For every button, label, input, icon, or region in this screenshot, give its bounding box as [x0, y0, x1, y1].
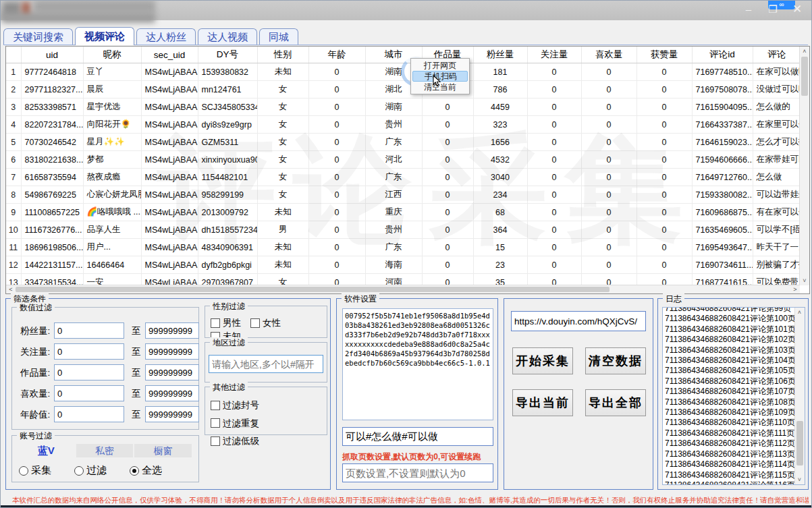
- cell-works-count[interactable]: 0: [422, 134, 473, 151]
- cell-nickname[interactable]: 晨辰: [83, 81, 141, 98]
- cell-row-number[interactable]: 6: [6, 151, 21, 169]
- region-input[interactable]: [209, 355, 323, 373]
- cell-fans-count[interactable]: 23: [473, 256, 527, 274]
- radio-icon[interactable]: [130, 466, 139, 476]
- column-header-comment-id[interactable]: 评论id: [692, 47, 753, 63]
- cell-sec-uid[interactable]: MS4wLjABAA...: [141, 221, 198, 239]
- column-header-like-count[interactable]: 喜欢量: [581, 47, 637, 63]
- tab-3[interactable]: 达人粉丝: [136, 28, 196, 45]
- cell-sec-uid[interactable]: MS4wLjABAA...: [141, 98, 198, 116]
- cell-comment[interactable]: 可以学不[捂脸]: [753, 221, 800, 239]
- cell-age[interactable]: 0: [308, 81, 365, 98]
- cell-sec-uid[interactable]: MS4wLjABAA...: [141, 81, 198, 98]
- cell-sec-uid[interactable]: MS4wLjABAA...: [141, 204, 198, 221]
- cell-gender[interactable]: 女: [257, 98, 308, 116]
- radio-全选[interactable]: 全选: [130, 464, 162, 477]
- cell-comment[interactable]: 怎么做的: [753, 98, 800, 116]
- column-header-follow-count[interactable]: 关注量: [527, 47, 581, 63]
- cell-city[interactable]: 河北: [365, 151, 422, 169]
- max-input[interactable]: [145, 406, 199, 422]
- cell-row-number[interactable]: 2: [6, 81, 21, 98]
- cell-comment-id[interactable]: 71635469605...: [692, 221, 753, 239]
- cell-age[interactable]: 0: [308, 151, 365, 169]
- cell-fans-count[interactable]: 35: [473, 274, 527, 286]
- cell-praise-count[interactable]: 0: [637, 134, 692, 151]
- column-header-dy-id[interactable]: DY号: [198, 47, 257, 63]
- cell-praise-count[interactable]: 0: [637, 256, 692, 274]
- cell-city[interactable]: 广东: [365, 239, 422, 256]
- cell-age[interactable]: 0: [308, 256, 365, 274]
- cell-city[interactable]: 重庆: [365, 204, 422, 221]
- cell-uid[interactable]: 29771182327...: [21, 81, 83, 98]
- cell-comment-id[interactable]: 71687741615...: [692, 274, 753, 286]
- cell-fans-count[interactable]: 364: [473, 221, 527, 239]
- max-input[interactable]: [145, 343, 199, 360]
- cell-row-number[interactable]: 9: [6, 204, 21, 221]
- cell-row-number[interactable]: 10: [6, 221, 21, 239]
- menu-item-1[interactable]: 打开网页: [412, 60, 468, 71]
- cell-sec-uid[interactable]: MS4wLjABAA...: [141, 186, 198, 204]
- cell-dy-id[interactable]: 1154482101: [198, 169, 257, 186]
- start-collect-button[interactable]: 开始采集: [512, 347, 573, 374]
- cell-uid[interactable]: 97772464818: [21, 63, 83, 81]
- min-input[interactable]: [54, 322, 124, 339]
- cell-city[interactable]: 河南: [365, 274, 422, 286]
- cell-like-count[interactable]: 0: [581, 63, 637, 81]
- cell-dy-id[interactable]: dh15185572347: [198, 221, 257, 239]
- cell-nickname[interactable]: 用户...: [83, 239, 141, 256]
- cell-comment[interactable]: 没做过可以吗: [753, 81, 800, 98]
- cell-row-number[interactable]: 12: [6, 256, 21, 274]
- cell-comment[interactable]: 怎么做: [753, 169, 800, 186]
- cell-nickname[interactable]: 星月✨✨: [83, 134, 141, 151]
- cell-comment[interactable]: 在家里可以做吗: [753, 116, 800, 134]
- cell-fans-count[interactable]: 4459: [473, 98, 527, 116]
- cell-like-count[interactable]: 0: [581, 256, 637, 274]
- cell-follow-count[interactable]: 0: [527, 116, 581, 134]
- cell-follow-count[interactable]: 0: [527, 186, 581, 204]
- cell-comment-id[interactable]: 71690734611...: [692, 256, 753, 274]
- pages-input[interactable]: [342, 463, 493, 482]
- cell-city[interactable]: 广东: [365, 134, 422, 151]
- cell-praise-count[interactable]: 0: [637, 81, 692, 98]
- table-row[interactable]: 854986769225心宸心妍龙凤胎MS4wLjABAA...95829919…: [6, 186, 800, 204]
- cell-dy-id[interactable]: 29703967807: [198, 274, 257, 286]
- column-header-comment[interactable]: 评论: [753, 47, 800, 63]
- scrollbar-thumb[interactable]: [801, 57, 808, 96]
- cell-fans-count[interactable]: 1656: [473, 134, 527, 151]
- cell-works-count[interactable]: 0: [422, 221, 473, 239]
- cell-comment-id[interactable]: 71697508078...: [692, 81, 753, 98]
- cell-sec-uid[interactable]: MS4wLjABAA...: [141, 274, 198, 286]
- cell-sec-uid[interactable]: MS4wLjABAA...: [141, 169, 198, 186]
- cell-like-count[interactable]: 0: [581, 239, 637, 256]
- clear-data-button[interactable]: 清空数据: [585, 347, 646, 374]
- scroll-left-icon[interactable]: ˂: [7, 286, 14, 293]
- cell-comment-id[interactable]: 71593380082...: [692, 186, 753, 204]
- cell-age[interactable]: 0: [308, 63, 365, 81]
- cell-age[interactable]: 0: [308, 134, 365, 151]
- cell-dy-id[interactable]: mn124761: [198, 81, 257, 98]
- cell-praise-count[interactable]: 0: [637, 274, 692, 286]
- checkbox-过滤封号[interactable]: 过滤封号: [211, 397, 259, 414]
- export-current-button[interactable]: 导出当前: [512, 389, 573, 416]
- log-scrollbar[interactable]: ˄ ˅: [794, 308, 805, 484]
- table-row[interactable]: 482207231784...向阳花开🌻MS4wLjABAA...dyi8s9z…: [6, 116, 800, 134]
- cell-like-count[interactable]: 0: [581, 221, 637, 239]
- cell-gender[interactable]: 未知: [257, 63, 308, 81]
- cell-like-count[interactable]: 0: [581, 204, 637, 221]
- max-input[interactable]: [145, 322, 199, 339]
- cell-comment[interactable]: 在家带娃可以...: [753, 151, 800, 169]
- max-input[interactable]: [145, 364, 199, 380]
- cell-works-count[interactable]: 0: [422, 169, 473, 186]
- cell-city[interactable]: 贵州: [365, 116, 422, 134]
- cell-dy-id[interactable]: dyfb2gb6pkgi: [198, 256, 257, 274]
- cell-comment[interactable]: 别被骗了才找...: [753, 256, 800, 274]
- cell-like-count[interactable]: 0: [581, 274, 637, 286]
- cell-dy-id[interactable]: xinxinyouxua90: [198, 151, 257, 169]
- cell-uid[interactable]: 54986769225: [21, 186, 83, 204]
- cell-comment[interactable]: 可以免费带: [753, 274, 800, 286]
- cell-city[interactable]: 广东: [365, 169, 422, 186]
- cell-praise-count[interactable]: 0: [637, 63, 692, 81]
- cell-comment[interactable]: 怎么才可以找...: [753, 134, 800, 151]
- scroll-up-icon[interactable]: ˄: [795, 309, 804, 316]
- cell-city[interactable]: 贵州: [365, 221, 422, 239]
